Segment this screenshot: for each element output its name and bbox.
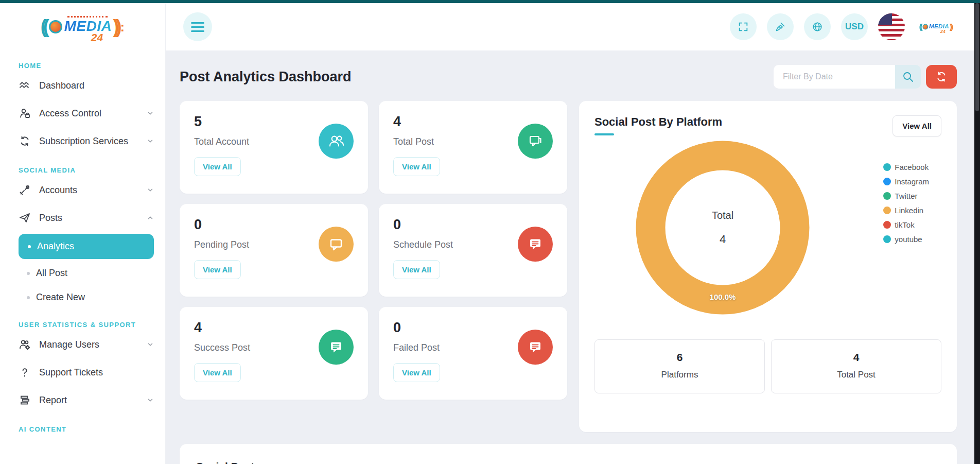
content: Post Analytics Dashboard 5 Total Account [166,50,980,464]
legend-item-tiktok[interactable]: tikTok [883,220,929,229]
view-all-button[interactable]: View All [393,363,440,382]
theme-clean-button[interactable] [767,13,794,40]
legend-dot [883,192,891,200]
chart-summary-row: 6 Platforms 4 Total Post [594,339,941,393]
scrollbar-thumb[interactable] [975,3,979,111]
view-all-button[interactable]: View All [194,260,241,279]
refresh-icon [935,71,948,83]
sidebar-subitem-label: All Post [36,268,67,279]
topbar-actions: USD (( MEDIA 24 )) [730,13,955,40]
send-icon [19,212,31,224]
summary-label: Platforms [595,370,764,380]
profile-avatar[interactable]: (( MEDIA 24 )) [915,15,955,39]
brand-name: MEDIA [64,18,112,34]
brand-headphone-icon [49,20,62,33]
sync-dots-icon [19,135,31,147]
social-post-card: Social Post [180,444,957,464]
fullscreen-button[interactable] [730,13,757,40]
hamburger-icon [191,22,204,24]
brand-number: 24 [91,31,103,44]
legend-item-facebook[interactable]: Facebook [883,163,929,171]
chat-empty-icon [319,227,354,262]
us-flag-icon[interactable] [878,13,905,40]
section-label-social-media: SOCIAL MEDIA [19,166,154,174]
stat-card-failed-post: 0 Failed Post View All [379,307,567,400]
sidebar-item-dashboard[interactable]: Dashboard [19,72,154,99]
chevron-down-icon [147,397,154,404]
sidebar-item-report[interactable]: Report [19,386,154,414]
broom-icon [775,21,786,32]
platforms-summary-box: 6 Platforms [594,339,765,393]
bullet-icon [27,272,30,275]
topbar: USD (( MEDIA 24 )) [166,3,980,50]
stat-card-pending-post: 0 Pending Post View All [180,204,368,297]
chart-title: Social Post By Platform [594,115,722,129]
chevron-down-icon [147,186,154,194]
chevron-up-icon [147,214,154,221]
brand-mark: (( MEDIA 24 )) : [41,15,125,39]
donut-slice-linkedin[interactable] [651,156,795,300]
users-gear-icon [19,338,31,351]
filter-group [774,65,957,89]
fullscreen-icon [738,21,749,32]
user-lock-icon [19,107,31,119]
sidebar-item-posts[interactable]: Posts [19,204,154,232]
view-all-button[interactable]: View All [393,260,440,279]
donut-chart: Total 4 100.0% [634,139,812,317]
search-button[interactable] [895,65,921,89]
stats-grid: 5 Total Account View All 4 Total Post Vi… [180,101,567,400]
hamburger-menu-button[interactable] [183,12,212,41]
summary-value: 6 [595,351,764,364]
chat-lines-icon [518,330,553,365]
sidebar-item-subscription-services[interactable]: Subscription Services [19,127,154,155]
sidebar: (( MEDIA 24 )) : HOME Dashboard [0,3,166,464]
sidebar-item-label: Support Tickets [39,367,103,378]
page-header: Post Analytics Dashboard [180,65,957,89]
sidebar-item-label: Posts [39,213,62,224]
total-post-summary-box: 4 Total Post [771,339,941,393]
sidebar-item-label: Access Control [39,108,101,119]
view-all-button[interactable]: View All [194,157,241,176]
language-button[interactable] [804,13,831,40]
legend-item-instagram[interactable]: Instagram [883,177,929,186]
search-icon [902,71,914,83]
donut-svg [634,139,812,317]
question-icon [19,366,31,379]
stat-card-total-post: 4 Total Post View All [379,101,567,194]
legend-item-youtube[interactable]: youtube [883,235,929,244]
sidebar-item-support-tickets[interactable]: Support Tickets [19,358,154,386]
brand-right-arcs-icon: )) [113,15,118,39]
filter-by-date-input[interactable] [774,65,895,89]
legend-dot [883,207,891,214]
chart-legend: Facebook Instagram Twitter [883,157,929,249]
currency-button[interactable]: USD [841,13,868,40]
sidebar-subitem-analytics[interactable]: Analytics [19,234,154,259]
chart-view-all-button[interactable]: View All [892,115,941,136]
stat-card-schedule-post: 0 Schedule Post View All [379,204,567,297]
brand-logo[interactable]: (( MEDIA 24 )) : [0,3,165,50]
sidebar-item-accounts[interactable]: Accounts [19,176,154,204]
sidebar-item-label: Subscription Services [39,136,128,147]
profile-brand-mark: (( MEDIA 24 )) [919,22,951,31]
post-screen-icon [518,124,553,159]
bullet-icon [27,296,30,299]
view-all-button[interactable]: View All [393,157,440,176]
globe-icon [812,21,823,32]
sidebar-item-label: Accounts [39,185,77,196]
sidebar-subitem-all-post[interactable]: All Post [19,261,154,285]
view-all-button[interactable]: View All [194,363,241,382]
sidebar-item-manage-users[interactable]: Manage Users [19,331,154,358]
main-area: USD (( MEDIA 24 )) Post An [166,3,980,464]
legend-dot [883,221,891,229]
refresh-button[interactable] [926,65,957,89]
legend-dot [883,178,891,185]
chevron-down-icon [147,341,154,348]
summary-label: Total Post [772,370,941,380]
legend-item-twitter[interactable]: Twitter [883,192,929,200]
legend-item-linkedin[interactable]: Linkedin [883,206,929,215]
sidebar-item-access-control[interactable]: Access Control [19,99,154,127]
page-scrollbar[interactable] [974,3,980,464]
chat-lines-icon [518,227,553,262]
brand-dotted-line [67,16,108,18]
sidebar-subitem-create-new[interactable]: Create New [19,285,154,310]
